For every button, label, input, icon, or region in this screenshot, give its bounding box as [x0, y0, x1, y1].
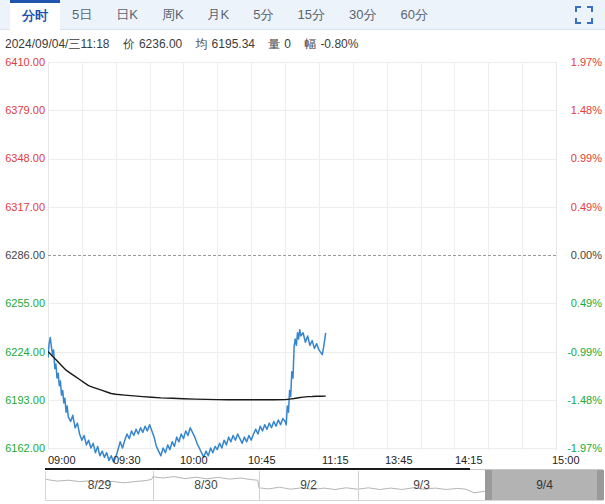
price-label: 价	[123, 37, 135, 51]
avg-label: 均	[196, 37, 208, 51]
y-price-label-base: 6286.00	[2, 248, 45, 262]
tab-daily-k[interactable]: 日K	[104, 0, 150, 30]
x-time-label: 13:45	[385, 454, 413, 467]
x-time-label: 09:00	[48, 454, 76, 467]
volume-value: 0	[284, 37, 291, 51]
price-value: 6236.00	[139, 37, 182, 51]
y-percent-label: -1.48%	[558, 393, 602, 407]
tab-weekly-k[interactable]: 周K	[150, 0, 196, 30]
y-percent-label: -1.97%	[558, 441, 602, 455]
average-line	[48, 352, 326, 400]
navigator-day-8-30[interactable]: 8/30	[153, 471, 259, 500]
tab-timeshare[interactable]: 分时	[10, 0, 60, 30]
tab-60min[interactable]: 60分	[388, 0, 439, 30]
y-price-label: 6317.00	[2, 200, 45, 214]
y-percent-label: 1.97%	[558, 55, 602, 69]
tab-15min[interactable]: 15分	[285, 0, 336, 30]
navigator-day-9-3[interactable]: 9/3	[358, 471, 485, 500]
x-axis-line	[45, 468, 470, 470]
tab-5min[interactable]: 5分	[241, 0, 285, 30]
x-time-label: 10:00	[180, 454, 208, 467]
navigator-day-8-29[interactable]: 8/29	[46, 471, 153, 500]
y-price-label: 6193.00	[2, 393, 45, 407]
intraday-chart-window: 分时 5日 日K 周K 月K 5分 15分 30分 60分 2024/09/04…	[0, 0, 605, 504]
range-label: 幅	[304, 37, 316, 51]
y-percent-label-base: 0.00%	[558, 248, 602, 262]
volume-label: 量	[268, 37, 280, 51]
x-time-label: 11:15	[322, 454, 349, 467]
tab-monthly-k[interactable]: 月K	[196, 0, 242, 30]
chart-canvas[interactable]	[48, 55, 556, 467]
y-price-label: 6410.00	[2, 55, 45, 69]
range-value: -0.80%	[320, 37, 358, 51]
y-percent-label: -0.99%	[558, 345, 602, 359]
tab-bar: 分时 5日 日K 周K 月K 5分 15分 30分 60分	[0, 0, 605, 30]
avg-value: 6195.34	[212, 37, 255, 51]
y-price-label: 6224.00	[2, 345, 45, 359]
quote-info-bar: 2024/09/04/三11:18 价6236.00 均6195.34 量0 幅…	[5, 36, 358, 53]
quote-datetime: 2024/09/04/三11:18	[5, 37, 110, 51]
y-percent-label: 1.48%	[558, 103, 602, 117]
y-price-label: 6348.00	[2, 151, 45, 165]
x-time-label: 14:15	[455, 454, 483, 467]
y-price-label: 6379.00	[2, 103, 45, 117]
fullscreen-button[interactable]	[575, 6, 593, 24]
y-price-label: 6255.00	[2, 296, 45, 310]
tab-5day[interactable]: 5日	[60, 0, 104, 30]
x-time-label: 15:00	[552, 454, 580, 467]
y-price-label: 6162.00	[2, 441, 45, 455]
y-percent-label: 0.49%	[558, 200, 602, 214]
y-percent-label: 0.99%	[558, 151, 602, 165]
tab-30min[interactable]: 30分	[337, 0, 388, 30]
navigator-day-9-4[interactable]: 9/4	[485, 471, 604, 500]
price-line	[48, 330, 326, 462]
x-time-label: 09:30	[113, 454, 141, 467]
y-percent-label: 0.49%	[558, 296, 602, 310]
x-time-label: 10:45	[248, 454, 276, 467]
navigator-day-9-2[interactable]: 9/2	[259, 471, 358, 500]
date-navigator: 8/29 8/30 9/2 9/3 9/4	[45, 471, 603, 501]
fullscreen-icon	[575, 6, 593, 24]
v-gridline	[556, 62, 557, 450]
